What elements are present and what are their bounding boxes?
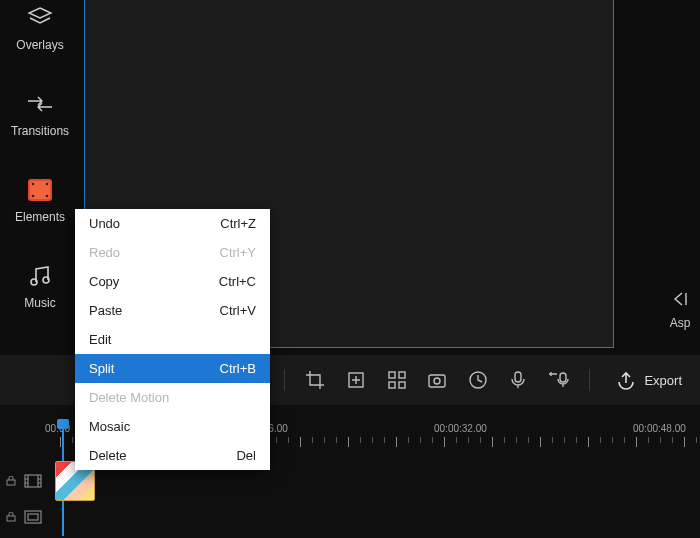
context-menu-item-label: Undo <box>89 216 120 231</box>
video-track-icon <box>24 474 42 488</box>
sidebar-item-label: Elements <box>15 210 65 224</box>
context-menu-item-label: Paste <box>89 303 122 318</box>
svg-rect-11 <box>389 382 395 388</box>
sidebar-item-label: Overlays <box>16 38 63 52</box>
grid-icon[interactable] <box>382 365 411 395</box>
svg-rect-12 <box>399 382 405 388</box>
svg-rect-17 <box>560 373 566 382</box>
track-header-overlay[interactable] <box>6 505 42 529</box>
camera-icon[interactable] <box>423 365 452 395</box>
context-menu-item-edit[interactable]: Edit <box>75 325 270 354</box>
context-menu-item-shortcut: Ctrl+C <box>219 274 256 289</box>
svg-point-3 <box>46 183 49 186</box>
toolbar-separator <box>589 369 590 391</box>
sidebar-item-transitions[interactable]: Transitions <box>11 90 69 138</box>
context-menu-item-label: Split <box>89 361 114 376</box>
context-menu-item-label: Delete Motion <box>89 390 169 405</box>
context-menu-item-shortcut: Ctrl+B <box>220 361 256 376</box>
context-menu-item-label: Redo <box>89 245 120 260</box>
context-menu-item-label: Mosaic <box>89 419 130 434</box>
svg-rect-20 <box>7 516 15 521</box>
context-menu-item-shortcut: Ctrl+Z <box>220 216 256 231</box>
left-sidebar: Overlays Transitions Elements Music <box>0 0 80 355</box>
svg-rect-22 <box>28 514 38 520</box>
export-icon <box>616 370 636 390</box>
context-menu-item-paste[interactable]: PasteCtrl+V <box>75 296 270 325</box>
svg-rect-16 <box>515 372 521 382</box>
svg-rect-13 <box>429 375 445 387</box>
sidebar-item-label: Music <box>24 296 55 310</box>
svg-rect-18 <box>7 480 15 485</box>
ruler-label: 00:00:48.00 <box>633 423 686 434</box>
lock-icon <box>6 512 16 522</box>
context-menu-item-split[interactable]: SplitCtrl+B <box>75 354 270 383</box>
transitions-icon <box>26 90 54 118</box>
context-menu-item-delete-motion: Delete Motion <box>75 383 270 412</box>
context-menu-item-label: Copy <box>89 274 119 289</box>
svg-point-14 <box>434 378 440 384</box>
context-menu-item-delete[interactable]: DeleteDel <box>75 441 270 470</box>
voiceover-icon[interactable] <box>504 365 533 395</box>
sidebar-item-music[interactable]: Music <box>24 262 55 310</box>
text-to-speech-icon[interactable] <box>545 365 574 395</box>
context-menu-item-label: Edit <box>89 332 111 347</box>
add-marker-icon[interactable] <box>342 365 371 395</box>
context-menu-item-shortcut: Ctrl+Y <box>220 245 256 260</box>
ruler-label: 00:00:32.00 <box>434 423 487 434</box>
context-menu-item-redo: RedoCtrl+Y <box>75 238 270 267</box>
context-menu-item-mosaic[interactable]: Mosaic <box>75 412 270 441</box>
overlays-icon <box>26 4 54 32</box>
export-button[interactable]: Export <box>606 364 692 396</box>
context-menu-item-shortcut: Del <box>236 448 256 463</box>
context-menu-item-shortcut: Ctrl+V <box>220 303 256 318</box>
aspect-ratio-button[interactable]: Asp <box>660 280 700 340</box>
crop-icon[interactable] <box>301 365 330 395</box>
svg-point-4 <box>32 195 35 198</box>
context-menu: UndoCtrl+ZRedoCtrl+YCopyCtrl+CPasteCtrl+… <box>75 209 270 470</box>
elements-icon <box>26 176 54 204</box>
svg-point-5 <box>46 195 49 198</box>
aspect-icon <box>670 290 690 308</box>
context-menu-item-undo[interactable]: UndoCtrl+Z <box>75 209 270 238</box>
sidebar-item-elements[interactable]: Elements <box>15 176 65 224</box>
track-header-video[interactable] <box>6 469 42 493</box>
export-label: Export <box>644 373 682 388</box>
sidebar-item-label: Transitions <box>11 124 69 138</box>
context-menu-item-copy[interactable]: CopyCtrl+C <box>75 267 270 296</box>
svg-point-2 <box>32 183 35 186</box>
svg-rect-9 <box>389 372 395 378</box>
lock-icon <box>6 476 16 486</box>
sidebar-item-overlays[interactable]: Overlays <box>16 4 63 52</box>
context-menu-item-label: Delete <box>89 448 127 463</box>
toolbar-separator <box>284 369 285 391</box>
overlay-track-icon <box>24 510 42 524</box>
svg-rect-10 <box>399 372 405 378</box>
duration-icon[interactable] <box>464 365 493 395</box>
music-icon <box>26 262 54 290</box>
aspect-label: Asp <box>670 316 691 330</box>
